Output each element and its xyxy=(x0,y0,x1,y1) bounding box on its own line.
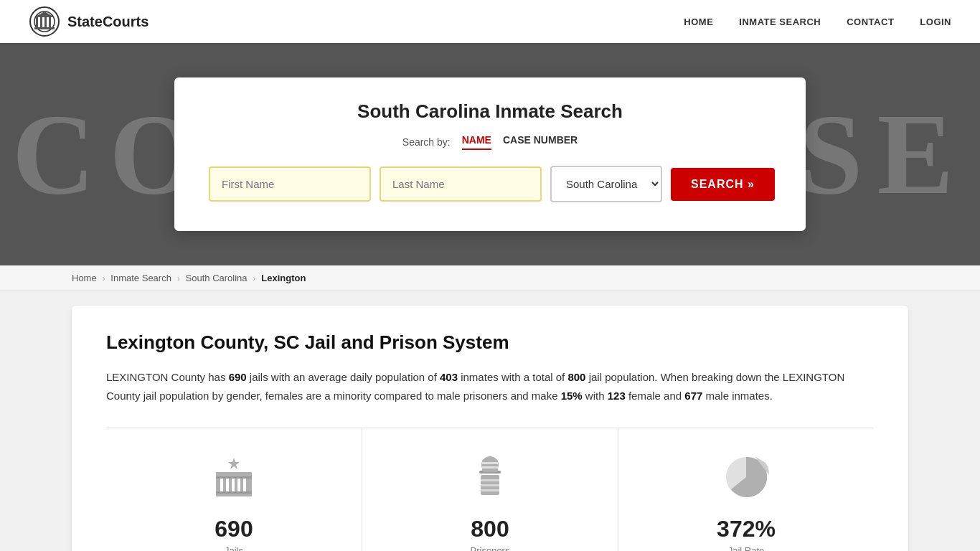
svg-rect-4 xyxy=(44,17,47,27)
breadcrumb-current: Lexington xyxy=(261,273,306,283)
header: StateCourts HOME INMATE SEARCH CONTACT L… xyxy=(0,0,980,43)
jail-icon xyxy=(205,448,263,506)
stat-prisoners: 800 Prisoners xyxy=(362,428,618,551)
stat-jail-rate: 372% Jail Rate xyxy=(618,428,874,551)
breadcrumb-south-carolina[interactable]: South Carolina xyxy=(186,273,248,283)
main-nav: HOME INMATE SEARCH CONTACT LOGIN xyxy=(684,17,951,27)
svg-rect-14 xyxy=(243,476,246,492)
text-female-pct: 15% xyxy=(561,390,583,402)
breadcrumb-sep-3: › xyxy=(253,274,256,283)
text-mid1: jails with an average daily population o… xyxy=(247,371,440,383)
svg-rect-19 xyxy=(482,459,498,472)
content-card: Lexington County, SC Jail and Prison Sys… xyxy=(72,306,908,551)
content-body: LEXINGTON County has 690 jails with an a… xyxy=(106,368,874,405)
svg-rect-13 xyxy=(237,476,240,492)
search-button[interactable]: SEARCH » xyxy=(671,168,775,201)
search-inputs-row: South Carolina Alabama Alaska Arizona Ar… xyxy=(209,166,771,202)
nav-contact[interactable]: CONTACT xyxy=(847,17,894,27)
logo-icon xyxy=(29,6,60,37)
text-mid4: with xyxy=(583,390,608,402)
text-mid5: female and xyxy=(626,390,685,402)
breadcrumb-sep-1: › xyxy=(103,274,105,283)
stat-jail-rate-number: 372% xyxy=(717,516,776,542)
svg-rect-3 xyxy=(40,17,42,27)
logo-text: StateCourts xyxy=(67,14,149,30)
svg-rect-24 xyxy=(481,484,499,486)
nav-home[interactable]: HOME xyxy=(684,17,713,27)
state-select[interactable]: South Carolina Alabama Alaska Arizona Ar… xyxy=(550,166,662,202)
breadcrumb-inmate-search[interactable]: Inmate Search xyxy=(110,273,171,283)
tab-case-number[interactable]: CASE NUMBER xyxy=(503,134,578,150)
svg-rect-15 xyxy=(216,476,252,479)
svg-rect-10 xyxy=(220,476,223,492)
svg-rect-16 xyxy=(216,491,252,494)
first-name-input[interactable] xyxy=(209,166,371,202)
text-jails: 690 xyxy=(229,371,247,383)
svg-rect-23 xyxy=(481,479,499,481)
breadcrumb: Home › Inmate Search › South Carolina › … xyxy=(0,265,980,291)
stat-jail-rate-label: Jail Rate xyxy=(728,545,765,551)
svg-rect-2 xyxy=(36,17,38,27)
stat-prisoners-label: Prisoners xyxy=(471,545,510,551)
text-total-pop: 800 xyxy=(567,371,585,383)
stat-jails-number: 690 xyxy=(215,516,253,542)
breadcrumb-home[interactable]: Home xyxy=(72,273,97,283)
search-by-label: Search by: xyxy=(402,136,451,148)
nav-login[interactable]: LOGIN xyxy=(920,17,951,27)
svg-rect-21 xyxy=(482,466,498,468)
svg-rect-25 xyxy=(481,489,499,491)
svg-marker-9 xyxy=(228,458,240,469)
prisoner-icon xyxy=(461,448,519,506)
main-content: Lexington County, SC Jail and Prison Sys… xyxy=(0,291,980,551)
search-card: South Carolina Inmate Search Search by: … xyxy=(174,77,806,231)
text-end: male inmates. xyxy=(702,390,773,402)
svg-rect-12 xyxy=(232,476,235,492)
stats-row: 690 Jails xyxy=(106,428,874,551)
search-by-row: Search by: NAME CASE NUMBER xyxy=(209,134,771,150)
svg-rect-20 xyxy=(482,462,498,464)
text-mid2: inmates with a total of xyxy=(458,371,567,383)
text-male-count: 677 xyxy=(684,390,702,402)
tab-name[interactable]: NAME xyxy=(462,134,491,150)
svg-rect-7 xyxy=(34,27,55,29)
stat-prisoners-number: 800 xyxy=(471,516,509,542)
stat-jails-label: Jails xyxy=(225,545,243,551)
svg-rect-11 xyxy=(226,476,229,492)
text-intro: LEXINGTON County has xyxy=(106,371,229,383)
search-card-title: South Carolina Inmate Search xyxy=(209,100,771,123)
text-female-count: 123 xyxy=(608,390,626,402)
nav-inmate-search[interactable]: INMATE SEARCH xyxy=(739,17,821,27)
svg-rect-5 xyxy=(49,17,51,27)
breadcrumb-sep-2: › xyxy=(177,274,180,283)
chart-icon xyxy=(717,448,775,506)
hero-section: COURTHOUSE South Carolina Inmate Search … xyxy=(0,43,980,265)
content-title: Lexington County, SC Jail and Prison Sys… xyxy=(106,331,874,354)
text-avg-pop: 403 xyxy=(440,371,458,383)
logo-area: StateCourts xyxy=(29,6,149,37)
stat-jails: 690 Jails xyxy=(106,428,362,551)
last-name-input[interactable] xyxy=(380,166,542,202)
